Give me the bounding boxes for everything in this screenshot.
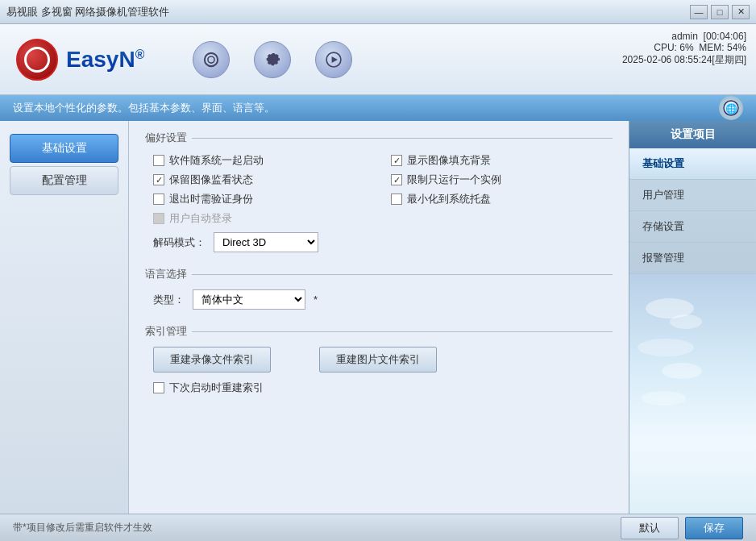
- pref-item-3: 限制只运行一个实例: [391, 173, 613, 187]
- pref-item-2: 保留图像监看状态: [153, 173, 375, 187]
- lang-label: 类型：: [153, 293, 185, 307]
- right-panel: 设置项目 基础设置 用户管理 存储设置 报警管理: [629, 121, 756, 514]
- pref-label-3: 限制只运行一个实例: [407, 173, 501, 187]
- footer: 带*项目修改后需重启软件才生效 默认 保存: [0, 514, 756, 541]
- rebuild-on-start-row: 下次启动时重建索引: [145, 381, 613, 395]
- user-status: admin [00:04:06]: [622, 31, 746, 42]
- right-menu-item-basic[interactable]: 基础设置: [629, 148, 756, 180]
- rebuild-video-button[interactable]: 重建录像文件索引: [153, 347, 271, 372]
- pref-label-6: 用户自动登录: [169, 211, 232, 226]
- right-panel-bg: [629, 274, 756, 514]
- pref-checkbox-3[interactable]: [391, 174, 402, 185]
- preferences-section: 偏好设置 软件随系统一起启动 显示图像填充背景 保留图像监看状态: [145, 131, 613, 252]
- preferences-title: 偏好设置: [145, 131, 613, 145]
- language-row: 类型： 简体中文 English 繁體中文 *: [145, 289, 613, 310]
- pref-item-1: 显示图像填充背景: [391, 153, 613, 168]
- banner-icon: 🌐: [719, 96, 743, 120]
- decode-label: 解码模式：: [153, 235, 206, 250]
- pref-item-5: 最小化到系统托盘: [391, 192, 613, 206]
- main-layout: 基础设置 配置管理 偏好设置 软件随系统一起启动 显示图像填充背景: [0, 121, 756, 514]
- decode-select[interactable]: Direct 3D DirectDraw GDI OpenGL: [214, 232, 318, 252]
- decode-row: 解码模式： Direct 3D DirectDraw GDI OpenGL: [145, 232, 613, 252]
- pref-item-0: 软件随系统一起启动: [153, 153, 375, 168]
- pref-checkbox-4[interactable]: [153, 194, 164, 205]
- pref-checkbox-2[interactable]: [153, 174, 164, 185]
- logo-text: EasyN®: [66, 47, 144, 73]
- camera-button[interactable]: [193, 41, 230, 78]
- status-info: admin [00:04:06] CPU: 6% MEM: 54% 2025-0…: [622, 31, 746, 67]
- window-controls: — □ ✕: [690, 5, 750, 19]
- header-icons: [193, 41, 352, 78]
- datetime-status: 2025-02-06 08:55:24[星期四]: [622, 53, 746, 67]
- logo-area: EasyN®: [16, 39, 144, 81]
- banner-text: 设置本地个性化的参数。包括基本参数、界面、语言等。: [13, 101, 275, 115]
- header: EasyN® admin [00:04:06]: [0, 24, 756, 95]
- play-button[interactable]: [315, 41, 352, 78]
- index-buttons: 重建录像文件索引 重建图片文件索引: [145, 347, 613, 372]
- preferences-grid: 软件随系统一起启动 显示图像填充背景 保留图像监看状态 限制只运行一个实例: [145, 153, 613, 226]
- content-area: 偏好设置 软件随系统一起启动 显示图像填充背景 保留图像监看状态: [129, 121, 629, 514]
- right-panel-bottom: [629, 274, 756, 514]
- left-sidebar: 基础设置 配置管理: [0, 121, 129, 514]
- rebuild-on-start-label: 下次启动时重建索引: [169, 381, 264, 395]
- pref-label-0: 软件随系统一起启动: [169, 153, 264, 168]
- pref-label-2: 保留图像监看状态: [169, 173, 253, 187]
- lang-select[interactable]: 简体中文 English 繁體中文: [193, 289, 305, 310]
- right-menu-item-alarm[interactable]: 报警管理: [629, 243, 756, 274]
- pref-checkbox-5[interactable]: [391, 194, 402, 205]
- rebuild-on-start-checkbox[interactable]: [153, 382, 164, 393]
- index-section: 索引管理 重建录像文件索引 重建图片文件索引 下次启动时重建索引: [145, 324, 613, 395]
- pref-label-5: 最小化到系统托盘: [407, 192, 491, 206]
- pref-checkbox-0[interactable]: [153, 155, 164, 166]
- footer-note: 带*项目修改后需重启软件才生效: [13, 521, 152, 535]
- info-banner: 设置本地个性化的参数。包括基本参数、界面、语言等。 🌐: [0, 95, 756, 121]
- right-panel-title: 设置项目: [629, 121, 756, 148]
- sidebar-item-config-management[interactable]: 配置管理: [10, 166, 118, 195]
- pref-checkbox-6: [153, 213, 164, 224]
- footer-buttons: 默认 保存: [621, 517, 743, 539]
- close-button[interactable]: ✕: [732, 5, 750, 19]
- logo-icon: [16, 39, 58, 81]
- window-title: 易视眼 多视窗 网络摄像机管理软件: [6, 5, 169, 19]
- svg-text:🌐: 🌐: [725, 102, 737, 114]
- minimize-button[interactable]: —: [690, 5, 708, 19]
- svg-point-1: [208, 56, 214, 62]
- pref-label-1: 显示图像填充背景: [407, 153, 491, 168]
- titlebar: 易视眼 多视窗 网络摄像机管理软件 — □ ✕: [0, 0, 756, 24]
- right-menu-item-storage[interactable]: 存储设置: [629, 211, 756, 243]
- rebuild-image-button[interactable]: 重建图片文件索引: [319, 347, 437, 372]
- save-button[interactable]: 保存: [685, 517, 743, 539]
- sidebar-item-basic-settings[interactable]: 基础设置: [10, 134, 118, 163]
- right-menu-item-user[interactable]: 用户管理: [629, 180, 756, 211]
- pref-item-4: 退出时需验证身份: [153, 192, 375, 206]
- cpu-mem-status: CPU: 6% MEM: 54%: [622, 42, 746, 53]
- lang-asterisk: *: [314, 293, 318, 306]
- pref-item-6: 用户自动登录: [153, 211, 375, 226]
- pref-checkbox-1[interactable]: [391, 155, 402, 166]
- default-button[interactable]: 默认: [621, 517, 679, 539]
- index-title: 索引管理: [145, 324, 613, 339]
- maximize-button[interactable]: □: [711, 5, 729, 19]
- pref-label-4: 退出时需验证身份: [169, 192, 253, 206]
- language-title: 语言选择: [145, 267, 613, 281]
- settings-button[interactable]: [254, 41, 291, 78]
- language-section: 语言选择 类型： 简体中文 English 繁體中文 *: [145, 267, 613, 310]
